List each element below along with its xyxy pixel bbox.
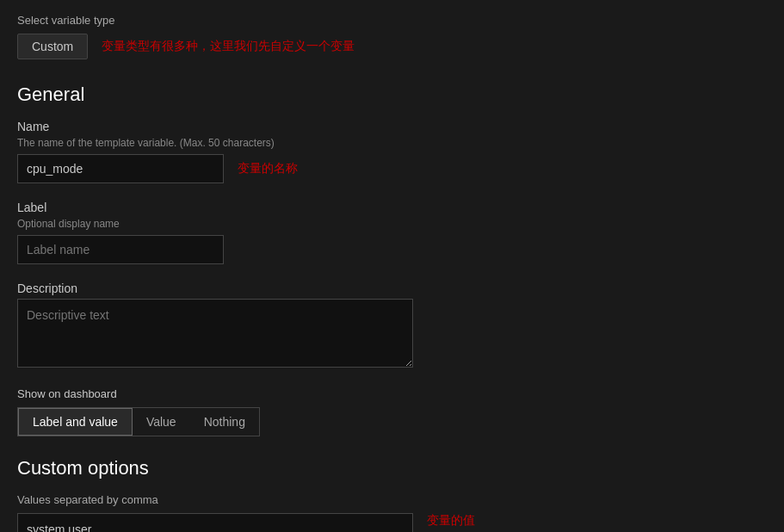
values-textarea[interactable]: system,user [17, 513, 413, 532]
toggle-nothing[interactable]: Nothing [190, 409, 259, 435]
select-variable-type-section: Select variable type Custom 变量类型有很多种，这里我… [17, 14, 767, 59]
toggle-label-and-value[interactable]: Label and value [18, 408, 133, 436]
label-input[interactable] [17, 235, 224, 264]
custom-badge-button[interactable]: Custom [17, 34, 88, 59]
name-hint: The name of the template variable. (Max.… [17, 137, 767, 149]
toggle-group: Label and value Value Nothing [17, 407, 260, 436]
name-input-value: cpu_mode [27, 162, 83, 176]
values-annotation: 变量的值 [427, 513, 475, 529]
description-label: Description [17, 281, 767, 295]
name-input-wrapper: cpu_mode [17, 154, 224, 183]
name-annotation: 变量的名称 [238, 161, 298, 176]
label-field-hint: Optional display name [17, 218, 767, 230]
name-label: Name [17, 120, 767, 133]
name-field-group: Name The name of the template variable. … [17, 120, 767, 183]
select-variable-type-label: Select variable type [17, 14, 767, 27]
show-on-dashboard-group: Show on dashboard Label and value Value … [17, 387, 767, 436]
general-section: General Name The name of the template va… [17, 84, 767, 436]
toggle-value[interactable]: Value [133, 409, 190, 435]
variable-type-row: Custom 变量类型有很多种，这里我们先自定义一个变量 [17, 34, 767, 59]
label-field-group: Label Optional display name [17, 201, 767, 264]
description-textarea[interactable] [17, 299, 413, 368]
values-textarea-row: system,user 变量的值 [17, 513, 767, 532]
label-field-label: Label [17, 201, 767, 214]
custom-options-title: Custom options [17, 457, 767, 479]
name-row: cpu_mode 变量的名称 [17, 154, 767, 183]
custom-options-section: Custom options Values separated by comma… [17, 457, 767, 532]
values-hint: Values separated by comma [17, 493, 767, 506]
description-field-group: Description [17, 281, 767, 370]
variable-type-annotation: 变量类型有很多种，这里我们先自定义一个变量 [102, 39, 355, 54]
general-title: General [17, 84, 767, 106]
show-on-dashboard-label: Show on dashboard [17, 387, 767, 400]
